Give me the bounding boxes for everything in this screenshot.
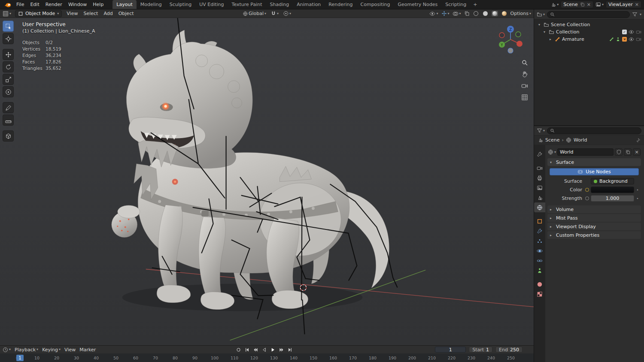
unlink-scene-icon[interactable]: × [587, 2, 591, 7]
mode-selector[interactable]: Object Mode ▾ [15, 10, 62, 17]
move-tool[interactable] [3, 49, 14, 60]
panel-surface-header[interactable]: ▾ Surface [547, 158, 641, 166]
tab-particles[interactable] [534, 236, 545, 246]
tab-modifiers[interactable] [534, 226, 545, 236]
pose-person-icon[interactable] [616, 37, 620, 42]
outliner-search-input[interactable] [547, 11, 630, 18]
expand-triangle-icon[interactable]: ▾ [537, 23, 542, 27]
menu-window[interactable]: Window [65, 0, 90, 9]
gizmo-y-neg-axis[interactable] [516, 32, 521, 37]
gizmos-toggle[interactable]: ▾ [441, 11, 450, 16]
strength-slider[interactable]: 1.000 [591, 195, 634, 202]
start-frame-field[interactable]: Start 1 [469, 347, 492, 353]
play-button[interactable] [270, 347, 276, 353]
rotate-tool[interactable] [3, 61, 14, 72]
end-frame-field[interactable]: End 250 [495, 347, 522, 353]
filter-funnel-icon[interactable] [632, 12, 638, 17]
panel-mist-pass[interactable]: ▸ Mist Pass [547, 214, 641, 222]
fake-user-shield-button[interactable] [615, 148, 623, 156]
viewlayer-selector[interactable]: ViewLayer × [606, 1, 641, 8]
playback-menu[interactable]: Playback ▾ [15, 347, 38, 353]
gizmo-z-neg-axis[interactable] [508, 48, 513, 53]
animate-dot-icon[interactable]: • [635, 196, 640, 201]
remove-viewlayer-icon[interactable]: × [635, 2, 639, 7]
outliner-row-scene-collection[interactable]: ▾ Scene Collection [534, 21, 644, 28]
keying-menu[interactable]: Keying ▾ [42, 347, 61, 353]
viewlayer-browse-button[interactable]: ▾ [595, 2, 604, 7]
tab-constraints[interactable] [534, 256, 545, 265]
hide-eye-icon[interactable] [629, 29, 634, 35]
workspace-tab-rendering[interactable]: Rendering [325, 0, 356, 9]
color-swatch[interactable] [591, 187, 634, 193]
outliner-row-collection[interactable]: ▾ Collection ✓ [534, 28, 644, 36]
properties-editor-type-button[interactable]: ▾ [537, 128, 545, 133]
prev-keyframe-button[interactable] [252, 347, 259, 353]
world-name-field[interactable]: World [557, 148, 614, 156]
workspace-tab-shading[interactable]: Shading [266, 0, 293, 9]
options-menu[interactable]: Options ▾ [510, 11, 531, 16]
tab-render[interactable] [534, 163, 545, 173]
properties-search-input[interactable] [547, 127, 641, 134]
tab-object[interactable] [534, 216, 545, 226]
tab-object-data[interactable] [534, 265, 545, 275]
shading-solid-button[interactable] [482, 11, 489, 16]
timeline-editor-type-button[interactable]: ▾ [3, 347, 11, 353]
play-reverse-button[interactable] [261, 347, 267, 353]
world-browse-button[interactable]: ▾ [548, 149, 556, 155]
menu-add[interactable]: Add [103, 11, 113, 16]
jump-to-end-button[interactable] [287, 347, 293, 353]
shading-wireframe-button[interactable] [473, 11, 479, 16]
blender-logo-icon[interactable] [4, 2, 12, 8]
object-visibility-selector[interactable]: ▾ [429, 11, 438, 17]
panel-viewport-display[interactable]: ▸ Viewport Display [547, 223, 641, 230]
overlays-toggle[interactable]: ▾ [453, 11, 461, 17]
shading-material-button[interactable] [492, 11, 498, 16]
tab-tool[interactable] [534, 149, 545, 159]
animate-dot-icon[interactable]: • [635, 188, 640, 192]
select-box-tool[interactable] [3, 21, 14, 32]
annotate-tool[interactable] [3, 102, 14, 113]
ortho-grid-icon[interactable] [521, 94, 528, 101]
new-scene-icon[interactable] [580, 2, 585, 7]
xray-toggle-icon[interactable] [464, 11, 470, 16]
add-cube-tool[interactable] [3, 130, 14, 142]
tab-view-layer[interactable] [534, 183, 545, 193]
shading-rendered-button[interactable] [501, 11, 507, 16]
current-frame-field[interactable]: 1 [435, 347, 466, 353]
gizmo-x-axis[interactable] [516, 41, 522, 47]
workspace-tab-compositing[interactable]: Compositing [357, 0, 394, 9]
collapse-triangle-icon[interactable]: ▸ [548, 37, 553, 41]
panel-custom-properties[interactable]: ▸ Custom Properties [547, 231, 641, 239]
workspace-tab-geometry-nodes[interactable]: Geometry Nodes [394, 0, 441, 9]
camera-view-icon[interactable] [521, 82, 528, 89]
collection-checkbox[interactable]: ✓ [622, 30, 627, 34]
armature-data-bone-icon[interactable] [609, 37, 614, 42]
gizmo-x-neg-axis[interactable] [499, 33, 504, 38]
surface-shader-select[interactable]: Background [591, 178, 634, 184]
menu-object[interactable]: Object [118, 11, 135, 16]
tab-world[interactable] [534, 202, 545, 212]
scale-tool[interactable] [3, 74, 14, 85]
workspace-tab-modeling[interactable]: Modeling [137, 0, 166, 9]
tab-texture[interactable] [534, 289, 545, 299]
use-nodes-button[interactable]: Use Nodes [550, 168, 639, 175]
breadcrumb-world[interactable]: World [574, 137, 587, 143]
viewport-3d[interactable]: User Perspective (1) Collection | Lion_C… [0, 18, 534, 345]
tab-output[interactable] [534, 173, 545, 183]
menu-select[interactable]: Select [82, 11, 99, 16]
new-world-copy-button[interactable] [624, 148, 632, 156]
tab-physics[interactable] [534, 246, 545, 256]
hide-eye-icon[interactable] [629, 36, 634, 42]
proportional-editing-toggle[interactable]: ▾ [283, 11, 291, 16]
playhead[interactable]: 1 [16, 355, 24, 361]
measure-tool[interactable] [3, 115, 14, 126]
outliner-editor-type-button[interactable]: ▾ [537, 12, 545, 17]
workspace-tab-scripting[interactable]: Scripting [441, 0, 470, 9]
navigation-gizmo[interactable]: Z Y [494, 23, 527, 56]
next-keyframe-button[interactable] [278, 347, 285, 353]
menu-file[interactable]: File [13, 0, 27, 9]
transform-orientation-selector[interactable]: Global ▾ [243, 11, 266, 16]
add-workspace-button[interactable]: + [470, 1, 480, 8]
snapping-toggle[interactable]: ▾ [270, 11, 279, 16]
expand-triangle-icon[interactable]: ▾ [542, 30, 547, 34]
